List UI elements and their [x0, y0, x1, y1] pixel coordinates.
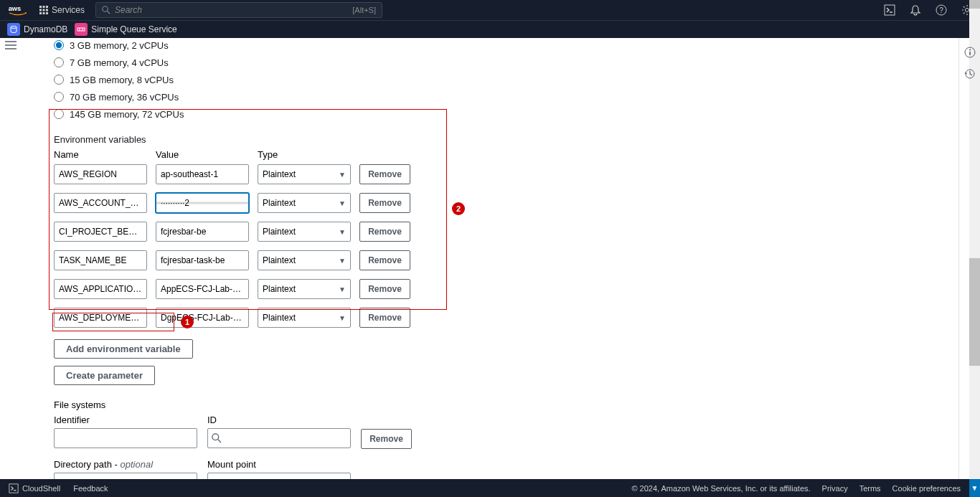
sqs-label: Simple Queue Service	[91, 24, 176, 34]
hamburger-menu[interactable]	[0, 38, 22, 52]
cloudshell-icon[interactable]	[884, 4, 895, 16]
memory-option-label: 15 GB memory, 8 vCPUs	[70, 75, 174, 85]
env-type-label: Plaintext	[263, 284, 296, 294]
env-type-select[interactable]: Plaintext▼	[258, 279, 351, 299]
svg-point-16	[966, 9, 969, 12]
env-name-input[interactable]	[54, 250, 147, 270]
env-name-input[interactable]	[54, 193, 147, 213]
dynamodb-label: DynamoDB	[24, 24, 67, 34]
memory-option-label: 145 GB memory, 72 vCPUs	[70, 109, 184, 120]
terminal-icon	[9, 483, 19, 493]
memory-options: 3 GB memory, 2 vCPUs7 GB memory, 4 vCPUs…	[54, 38, 472, 121]
memory-radio[interactable]	[54, 92, 64, 102]
env-remove-button[interactable]: Remove	[359, 250, 410, 270]
create-parameter-button[interactable]: Create parameter	[54, 366, 155, 385]
memory-radio[interactable]	[54, 109, 64, 119]
memory-option-4[interactable]: 145 GB memory, 72 vCPUs	[54, 107, 472, 121]
cookies-link[interactable]: Cookie preferences	[892, 484, 961, 493]
footer-expand-arrow[interactable]: ▼	[969, 479, 980, 497]
file-systems-section: File systems Identifier ID Remove Direct…	[54, 399, 472, 479]
svg-point-28	[212, 434, 219, 440]
svg-text:?: ?	[939, 6, 943, 14]
env-name-input[interactable]	[54, 308, 147, 328]
env-type-label: Plaintext	[263, 255, 296, 265]
env-value-input[interactable]	[156, 193, 249, 213]
svg-point-10	[103, 6, 108, 12]
info-icon[interactable]	[964, 47, 976, 58]
fs-mount-input[interactable]	[207, 473, 351, 479]
service-dynamodb[interactable]: DynamoDB	[7, 23, 67, 36]
services-label: Services	[52, 5, 85, 15]
env-name-input[interactable]	[54, 222, 147, 242]
chevron-down-icon: ▼	[339, 199, 346, 207]
env-type-select[interactable]: Plaintext▼	[258, 193, 351, 213]
env-type-select[interactable]: Plaintext▼	[258, 222, 351, 242]
env-type-select[interactable]: Plaintext▼	[258, 164, 351, 184]
chevron-down-icon: ▼	[339, 285, 346, 293]
fs-dir-input[interactable]	[54, 473, 197, 479]
top-nav: aws Services Search [Alt+S] ?	[0, 0, 980, 20]
sqs-icon	[75, 23, 88, 36]
memory-option-label: 7 GB memory, 4 vCPUs	[70, 57, 169, 68]
env-value-input[interactable]	[156, 164, 249, 184]
aws-logo[interactable]: aws	[7, 4, 29, 16]
fs-identifier-label: Identifier	[54, 415, 197, 425]
env-value-input[interactable]	[156, 279, 249, 299]
search-icon	[212, 433, 222, 443]
memory-option-0[interactable]: 3 GB memory, 2 vCPUs	[54, 38, 472, 52]
chevron-down-icon: ▼	[339, 171, 346, 179]
annotation-marker-2: 2	[452, 202, 465, 215]
cloudshell-button[interactable]: CloudShell	[9, 483, 60, 493]
env-value-input[interactable]	[156, 250, 249, 270]
env-remove-button[interactable]: Remove	[359, 279, 410, 299]
fs-identifier-input[interactable]	[54, 428, 197, 448]
services-menu[interactable]: Services	[39, 5, 85, 15]
env-type-select[interactable]: Plaintext▼	[258, 250, 351, 270]
env-header-value: Value	[156, 149, 249, 160]
env-value-input[interactable]	[156, 222, 249, 242]
service-sqs[interactable]: Simple Queue Service	[75, 23, 176, 36]
env-remove-button[interactable]: Remove	[359, 193, 410, 213]
env-remove-button[interactable]: Remove	[359, 164, 410, 184]
memory-option-1[interactable]: 7 GB memory, 4 vCPUs	[54, 55, 472, 70]
feedback-link[interactable]: Feedback	[73, 484, 108, 493]
grid-icon	[39, 6, 48, 14]
main-content: 3 GB memory, 2 vCPUs7 GB memory, 4 vCPUs…	[22, 38, 948, 479]
env-type-select[interactable]: Plaintext▼	[258, 308, 351, 328]
svg-text:aws: aws	[9, 5, 22, 12]
privacy-link[interactable]: Privacy	[822, 484, 848, 493]
memory-option-label: 70 GB memory, 36 vCPUs	[70, 92, 179, 103]
env-remove-button[interactable]: Remove	[359, 222, 410, 242]
help-icon[interactable]: ?	[936, 4, 947, 16]
env-remove-button[interactable]: Remove	[359, 308, 410, 328]
svg-line-29	[218, 440, 221, 442]
fs-id-input[interactable]	[207, 428, 351, 448]
env-row-5: Plaintext▼Remove	[54, 308, 472, 328]
env-variables-section: Environment variables Name Value Type Pl…	[54, 134, 472, 385]
memory-option-2[interactable]: 15 GB memory, 8 vCPUs	[54, 72, 472, 87]
env-value-input[interactable]	[156, 308, 249, 328]
env-name-input[interactable]	[54, 279, 147, 299]
search-input[interactable]: Search [Alt+S]	[95, 2, 382, 18]
notifications-icon[interactable]	[910, 4, 921, 16]
memory-radio[interactable]	[54, 57, 64, 67]
fs-section-label: File systems	[54, 399, 472, 410]
right-icon-rail	[958, 38, 980, 479]
env-header-name: Name	[54, 149, 147, 160]
history-icon[interactable]	[964, 68, 976, 80]
env-row-2: Plaintext▼Remove	[54, 222, 472, 242]
terms-link[interactable]: Terms	[859, 484, 881, 493]
svg-point-25	[969, 49, 971, 51]
env-type-label: Plaintext	[263, 198, 296, 208]
memory-option-3[interactable]: 70 GB memory, 36 vCPUs	[54, 90, 472, 104]
memory-option-label: 3 GB memory, 2 vCPUs	[70, 40, 169, 51]
svg-rect-7	[39, 12, 42, 14]
add-env-var-button[interactable]: Add environment variable	[54, 339, 193, 359]
memory-radio[interactable]	[54, 75, 64, 85]
fs-remove-button[interactable]: Remove	[361, 429, 412, 449]
memory-radio[interactable]	[54, 40, 64, 50]
env-name-input[interactable]	[54, 164, 147, 184]
svg-rect-2	[43, 6, 45, 8]
svg-point-17	[11, 27, 17, 29]
scroll-thumb-top[interactable]	[969, 0, 980, 9]
